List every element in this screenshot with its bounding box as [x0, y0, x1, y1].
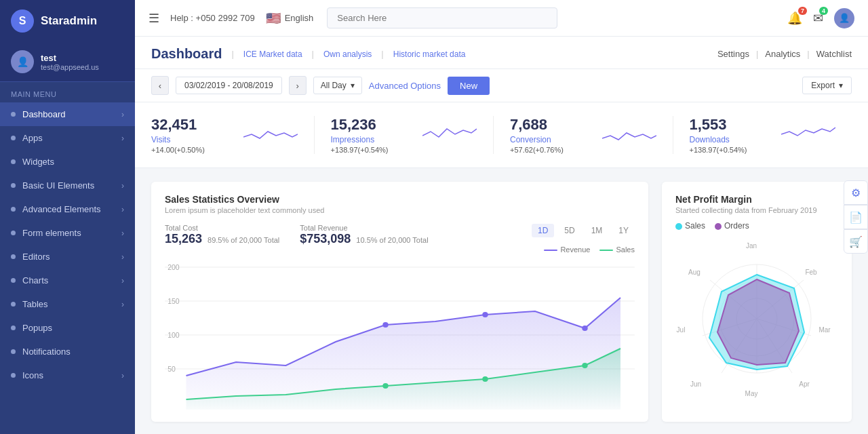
sidebar-item-advanced[interactable]: Advanced Elements › — [0, 197, 135, 221]
sidebar-item-notifications[interactable]: Notifications — [0, 340, 135, 363]
dropdown-arrow-icon: ▾ — [351, 81, 355, 90]
sidebar-user: 👤 test test@appseed.us — [0, 42, 135, 82]
dashboard-title-area: Dashboard | ICE Market data | Own analys… — [151, 46, 465, 62]
sidebar-item-editors[interactable]: Editors › — [0, 245, 135, 269]
navbar: ☰ Help : +050 2992 709 🇺🇸 English 🔔 7 ✉ … — [135, 0, 868, 37]
sidebar-dot — [11, 349, 16, 354]
impressions-sparkline — [422, 122, 477, 149]
breadcrumb-historic[interactable]: Historic market data — [393, 50, 466, 59]
sidebar-item-dashboard[interactable]: Dashboard › — [0, 102, 135, 126]
profit-chart-title: Net Profit Margin — [675, 194, 838, 205]
svg-point-9 — [382, 322, 388, 328]
user-avatar[interactable]: 👤 — [834, 8, 854, 28]
sidebar-menu: Dashboard › Apps › Widgets Basic UI Elem… — [0, 102, 135, 387]
svg-text:Jul: Jul — [677, 326, 686, 334]
search-box — [327, 7, 557, 28]
svg-text:Mar: Mar — [818, 326, 831, 334]
settings-link[interactable]: Settings — [717, 49, 749, 59]
sales-chart-svg: 200 150 100 50 — [165, 260, 635, 410]
sales-chart-title: Sales Statistics Overview — [165, 194, 635, 205]
time-5d-button[interactable]: 5D — [558, 224, 580, 237]
sidebar-item-label: Form elements — [22, 228, 81, 238]
sidebar-item-tables[interactable]: Tables › — [0, 292, 135, 316]
settings-panel-button[interactable]: ⚙ — [844, 180, 868, 205]
svg-point-14 — [482, 376, 488, 382]
messages-icon-wrap[interactable]: ✉ 4 — [813, 11, 823, 26]
time-1d-button[interactable]: 1D — [532, 224, 554, 237]
nav-icons: 🔔 7 ✉ 4 👤 — [787, 8, 854, 28]
radar-chart-svg: Jan Feb Mar Apr May Jun Jul Aug — [675, 237, 838, 400]
analytics-link[interactable]: Analytics — [765, 49, 800, 59]
stat-downloads: 1,553 Downloads +138.97(+0.54%) — [690, 116, 852, 154]
sidebar-logo: S — [11, 9, 34, 33]
sidebar-item-basic-ui[interactable]: Basic UI Elements › — [0, 174, 135, 197]
hamburger-icon[interactable]: ☰ — [149, 11, 159, 26]
downloads-sparkline — [781, 122, 835, 149]
sidebar-arrow-icon: › — [121, 300, 124, 309]
svg-text:Apr: Apr — [799, 380, 810, 388]
sidebar-dot — [11, 302, 16, 307]
notifications-badge: 7 — [798, 7, 807, 15]
breadcrumb-own[interactable]: Own analysis — [323, 50, 372, 59]
sidebar-item-label: Charts — [22, 275, 48, 285]
export-label: Export — [811, 81, 835, 90]
content-area: Sales Statistics Overview Lorem ipsum is… — [135, 168, 868, 434]
date-prev-button[interactable]: ‹ — [151, 76, 169, 95]
chart-legend: Revenue Sales — [544, 245, 635, 254]
sidebar-item-popups[interactable]: Popups — [0, 316, 135, 340]
date-next-button[interactable]: › — [289, 76, 307, 95]
sales-toolbar: Total Cost 15,263 89.5% of 20,000 Total … — [165, 224, 635, 254]
time-1m-button[interactable]: 1M — [585, 224, 609, 237]
profit-sales-label: Sales — [685, 221, 705, 231]
profit-chart-subtitle: Started collecting data from February 20… — [675, 206, 838, 214]
sidebar-item-label: Advanced Elements — [22, 204, 101, 214]
time-1y-button[interactable]: 1Y — [612, 224, 635, 237]
stat-visits: 32,451 Visits +14.00(+0.50%) — [151, 116, 315, 154]
advanced-options-button[interactable]: Advanced Options — [369, 81, 441, 91]
total-revenue-sub: 10.5% of 20,000 Total — [356, 236, 428, 244]
conversion-sparkline — [602, 122, 656, 149]
sidebar-item-apps[interactable]: Apps › — [0, 126, 135, 150]
sales-chart-subtitle: Lorem ipsum is placeholder text commonly… — [165, 206, 635, 214]
svg-text:200: 200 — [167, 264, 180, 271]
sidebar-item-charts[interactable]: Charts › — [0, 269, 135, 292]
downloads-change: +138.97(+0.54%) — [690, 146, 747, 154]
sidebar-item-widgets[interactable]: Widgets — [0, 150, 135, 174]
sidebar-dot — [11, 231, 16, 235]
sidebar-dot — [11, 254, 16, 259]
breadcrumb-ice[interactable]: ICE Market data — [243, 50, 302, 59]
sidebar-arrow-icon: › — [121, 110, 124, 119]
conversion-label: Conversion — [510, 135, 564, 144]
search-input[interactable] — [327, 7, 557, 28]
conversion-change: +57.62(+0.76%) — [510, 146, 564, 154]
total-cost-label: Total Cost — [165, 224, 279, 232]
cart-panel-button[interactable]: 🛒 — [844, 229, 868, 254]
sidebar-item-form[interactable]: Form elements › — [0, 221, 135, 245]
svg-text:Jan: Jan — [746, 242, 757, 250]
document-panel-button[interactable]: 📄 — [844, 205, 868, 229]
visits-change: +14.00(+0.50%) — [151, 146, 205, 154]
sales-chart-area: 200 150 100 50 — [165, 260, 635, 410]
impressions-change: +138.97(+0.54%) — [331, 146, 389, 154]
sidebar-arrow-icon: › — [121, 205, 124, 214]
sidebar-arrow-icon: › — [121, 181, 124, 191]
impressions-value: 15,236 — [331, 116, 389, 134]
watchlist-link[interactable]: Watchlist — [816, 49, 852, 59]
sidebar-dot — [11, 373, 16, 378]
stat-conversion: 7,688 Conversion +57.62(+0.76%) — [510, 116, 673, 154]
sidebar-item-label: Icons — [22, 370, 43, 380]
sales-chart-card: Sales Statistics Overview Lorem ipsum is… — [151, 182, 648, 422]
sidebar-item-icons[interactable]: Icons › — [0, 363, 135, 387]
new-button[interactable]: New — [448, 77, 490, 95]
svg-point-10 — [482, 312, 488, 317]
language-selector[interactable]: 🇺🇸 English — [266, 11, 314, 26]
orders-legend-circle — [715, 223, 722, 230]
sidebar-item-label: Tables — [22, 299, 48, 309]
notifications-bell[interactable]: 🔔 7 — [787, 11, 802, 26]
svg-text:Jun: Jun — [690, 380, 701, 388]
stat-impressions: 15,236 Impressions +138.97(+0.54%) — [331, 116, 494, 154]
downloads-value: 1,553 — [690, 116, 747, 134]
time-filter-buttons: 1D 5D 1M 1Y — [532, 224, 635, 237]
all-day-dropdown[interactable]: All Day ▾ — [313, 77, 362, 94]
export-button[interactable]: Export ▾ — [802, 77, 852, 94]
